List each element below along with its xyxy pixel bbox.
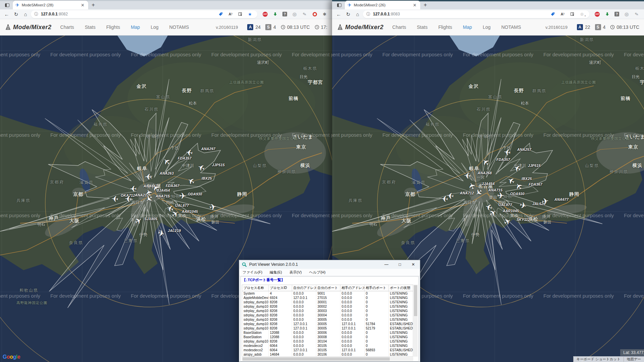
back-button[interactable]: ←: [3, 12, 11, 17]
adblock-plus-icon[interactable]: ABP: [595, 12, 600, 17]
quill-extension-icon[interactable]: ✎: [634, 11, 640, 17]
help-icon[interactable]: ?: [614, 12, 619, 16]
close-button[interactable]: ✕: [407, 260, 420, 269]
menu-help[interactable]: ヘルプ(H): [309, 270, 325, 275]
nav-map[interactable]: Map: [463, 24, 472, 30]
table-row[interactable]: sdrplay_dump109082080.0.0.0300020.0.0.00…: [242, 304, 413, 309]
table-row[interactable]: BaseStation120880.0.0.0300080.0.0.00LIST…: [242, 335, 413, 339]
reload-button[interactable]: ↻: [344, 12, 352, 17]
aircraft-marker[interactable]: ✈: [179, 192, 186, 200]
menu-edit[interactable]: 編集(E): [270, 270, 282, 275]
menu-file[interactable]: ファイル(F): [243, 270, 262, 275]
download-icon[interactable]: [604, 11, 610, 17]
read-aloud-icon[interactable]: A⁾: [560, 11, 565, 17]
new-tab-button[interactable]: +: [420, 2, 430, 9]
vertical-tabs-button[interactable]: [335, 1, 343, 9]
maximize-button[interactable]: □: [393, 260, 407, 269]
table-row[interactable]: BaseStation120880.0.0.0300060.0.0.00LIST…: [242, 330, 413, 335]
table-cell: 56893: [364, 348, 388, 352]
table-row[interactable]: airspy_adsb146840.0.0.0301060.0.0.00LIST…: [242, 352, 413, 357]
column-header[interactable]: 自分のアドレス: [292, 285, 316, 291]
help-icon[interactable]: ?: [282, 12, 287, 16]
address-bar[interactable]: ⓘ 127.0.0.1:8083 A⁾ ☆+: [363, 10, 589, 18]
immersive-reader-icon[interactable]: [237, 11, 243, 17]
table-row[interactable]: sdrplay_dump10908208127.0.0.130005127.0.…: [242, 322, 413, 326]
column-header[interactable]: ポートの状態: [388, 285, 413, 291]
table-row[interactable]: sdrplay_dump109082080.0.0.0301040.0.0.00…: [242, 339, 413, 344]
table-row[interactable]: sdrplay_dump109082080.0.0.0300030.0.0.00…: [242, 309, 413, 313]
browser-tab[interactable]: ✈ ModeSMixer2 (26) ✕: [345, 1, 420, 9]
collections-tag-icon[interactable]: [218, 11, 223, 17]
nav-log[interactable]: Log: [151, 24, 158, 30]
table-row[interactable]: AppleMobileDevi...6924127.0.0.1270150.0.…: [242, 296, 413, 300]
table-row[interactable]: modesdeco26064127.0.0.130105127.0.0.1568…: [242, 348, 413, 352]
address-bar[interactable]: ⓘ 127.0.0.1:8082 A⁾ ★: [31, 10, 257, 18]
aircraft-marker[interactable]: ✈: [124, 194, 132, 203]
port-viewer-titlebar[interactable]: Port Viewer Version 2.0.0.1 — □ ✕: [239, 260, 420, 269]
table-row[interactable]: sdrplay_dump109082080.0.0.0300040.0.0.00…: [242, 313, 413, 317]
nav-notams[interactable]: NOTAMS: [169, 24, 189, 30]
table-row[interactable]: sdrplay_dump109082080.0.0.0300050.0.0.00…: [242, 317, 413, 322]
nav-charts[interactable]: Charts: [392, 24, 406, 30]
settings-gear-icon[interactable]: ✱: [322, 11, 327, 17]
nav-log[interactable]: Log: [483, 24, 490, 30]
download-icon[interactable]: [272, 11, 278, 17]
reload-button[interactable]: ↻: [12, 12, 20, 17]
add-favorite-star-icon[interactable]: ☆+: [579, 11, 585, 17]
column-header[interactable]: 相手のポート: [364, 285, 388, 291]
vertical-tabs-button[interactable]: [3, 1, 11, 9]
home-button[interactable]: ⌂: [21, 12, 30, 17]
read-aloud-icon[interactable]: A⁾: [228, 11, 233, 17]
column-header[interactable]: 相手のアドレス: [340, 285, 364, 291]
favorite-star-icon[interactable]: ★: [247, 11, 253, 17]
aircraft-marker[interactable]: ✈: [503, 147, 512, 157]
vertical-scrollbar[interactable]: [414, 285, 418, 357]
minimize-button[interactable]: —: [380, 260, 393, 269]
keyboard-shortcuts-link[interactable]: キーボード ショートカット: [573, 357, 624, 362]
aircraft-marker[interactable]: ✈: [209, 202, 217, 212]
home-button[interactable]: ⌂: [354, 12, 362, 17]
new-tab-button[interactable]: +: [88, 2, 98, 9]
aircraft-marker[interactable]: ✈: [111, 194, 119, 203]
column-header[interactable]: プロセス名称: [242, 285, 268, 291]
immersive-reader-icon[interactable]: [570, 11, 575, 17]
tab-close-icon[interactable]: ✕: [80, 3, 86, 8]
nav-stats[interactable]: Stats: [417, 24, 428, 30]
aircraft-marker[interactable]: ✈: [185, 147, 194, 157]
table-row[interactable]: sdrplay_dump109082080.0.0.0300010.0.0.00…: [242, 300, 413, 304]
extensions-area: ABP ? ◎ ✎: [591, 11, 641, 17]
site-info-icon[interactable]: ⓘ: [366, 11, 370, 17]
nav-flights[interactable]: Flights: [438, 24, 452, 30]
stop-extension-icon[interactable]: [312, 11, 317, 17]
aircraft-marker[interactable]: ✈: [130, 184, 137, 193]
quill-extension-icon[interactable]: ✎: [302, 11, 308, 17]
table-row[interactable]: sdrplay_dump10908208127.0.0.130005127.0.…: [242, 326, 413, 330]
collections-tag-icon[interactable]: [550, 11, 555, 17]
aircraft-marker[interactable]: ✈: [497, 191, 504, 200]
column-header[interactable]: 自分のポート: [316, 285, 340, 291]
table-row[interactable]: System40.0.0.090010.0.0.00LISTENING: [242, 291, 413, 296]
nav-notams[interactable]: NOTAMS: [501, 24, 521, 30]
table-row[interactable]: modesdeco260640.0.0.0301050.0.0.00LISTEN…: [242, 344, 413, 348]
wheel-extension-icon[interactable]: ◎: [292, 11, 297, 17]
aircraft-marker[interactable]: ✈: [145, 172, 152, 181]
adblock-plus-icon[interactable]: ABP: [263, 12, 268, 17]
tab-close-icon[interactable]: ✕: [412, 3, 418, 8]
aircraft-marker[interactable]: ✈: [464, 171, 471, 180]
site-info-icon[interactable]: ⓘ: [34, 11, 38, 17]
menu-view[interactable]: 表示(V): [289, 270, 302, 275]
aircraft-marker[interactable]: ✈: [541, 196, 549, 206]
nav-map[interactable]: Map: [131, 24, 140, 30]
nav-stats[interactable]: Stats: [85, 24, 96, 30]
scrollbar-thumb[interactable]: [243, 357, 390, 361]
nav-flights[interactable]: Flights: [106, 24, 120, 30]
column-header[interactable]: プロセスID: [268, 285, 292, 291]
back-button[interactable]: ←: [335, 12, 343, 17]
horizontal-scrollbar[interactable]: [242, 357, 413, 361]
scrollbar-thumb[interactable]: [414, 285, 417, 316]
map-data-link[interactable]: 地図デー: [624, 357, 644, 362]
nav-charts[interactable]: Charts: [60, 24, 74, 30]
wheel-extension-icon[interactable]: ◎: [624, 11, 629, 17]
aircraft-marker[interactable]: ✈: [441, 194, 448, 203]
browser-tab[interactable]: ✈ ModeSMixer2 (28) ✕: [13, 1, 88, 9]
